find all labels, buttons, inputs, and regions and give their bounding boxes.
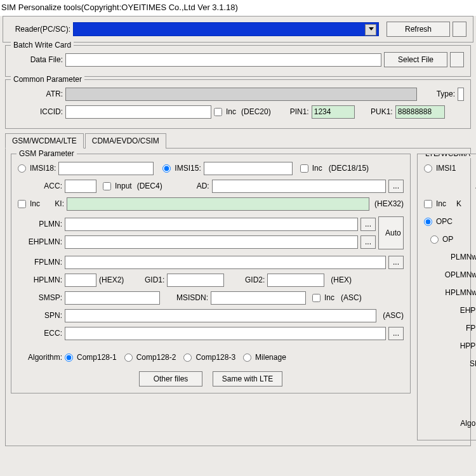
imsi-dec-label: (DEC18/15) (329, 164, 369, 173)
auto-button[interactable]: Auto (378, 216, 404, 249)
plmn-browse-button[interactable]: ... (360, 218, 376, 231)
iccid-label: ICCID: (12, 107, 63, 116)
algo1-radio[interactable] (65, 354, 73, 362)
lte-title: LTE/WCDMA (423, 154, 473, 158)
refresh-button[interactable]: Refresh (387, 22, 450, 37)
lte-ehplm-label: EHPLM (460, 306, 476, 315)
common-title: Common Parameter (11, 75, 84, 84)
algo3-radio[interactable] (183, 354, 192, 362)
algo4-label: Milenage (255, 353, 286, 362)
ki-hex32-label: (HEX32) (374, 199, 404, 208)
ehplmn-label: EHPLMN: (18, 237, 62, 246)
datafile-label: Data File: (12, 55, 63, 64)
msisdn-inc-checkbox[interactable] (312, 294, 321, 302)
reader-extra-button[interactable] (453, 22, 466, 37)
gid-hex-label: (HEX) (331, 275, 352, 284)
gid1-input[interactable] (167, 274, 224, 287)
imsi15-label: IMSI15: (175, 164, 201, 173)
imsi15-radio[interactable] (162, 164, 171, 173)
lte-fplm-label: FPLM (466, 324, 476, 333)
tab-body: GSM Parameter IMSI18: IMSI15: Inc (DEC18… (5, 148, 471, 446)
select-file-button[interactable]: Select File (384, 52, 447, 67)
algo3-label: Comp128-3 (195, 353, 235, 362)
chevron-down-icon (369, 27, 374, 30)
algo2-label: Comp128-2 (136, 353, 176, 362)
iccid-dec20-label: (DEC20) (241, 107, 271, 116)
lte-plmnwa-label: PLMNwAc (451, 253, 476, 261)
fplmn-input[interactable] (65, 256, 386, 269)
fplmn-label: FPLMN: (18, 258, 62, 267)
lte-k-label: K (456, 199, 461, 208)
datafile-input[interactable] (65, 53, 381, 67)
lte-imsi1-label: IMSI1 (436, 164, 456, 173)
gsm-fieldset: GSM Parameter IMSI18: IMSI15: Inc (DEC18… (11, 154, 411, 393)
lte-op-radio[interactable] (430, 235, 439, 244)
ad-browse-button[interactable]: ... (388, 180, 404, 193)
lte-hplmnwa-label: HPLMNwAc (445, 288, 476, 297)
batch-fieldset: Batch Write Card Data File: Select File (5, 45, 471, 77)
msisdn-label: MSISDN: (162, 293, 208, 302)
imsi18-input[interactable] (58, 162, 154, 175)
plmn-input[interactable] (65, 218, 358, 231)
lte-hpplm-label: HPPLM (460, 341, 476, 350)
gsm-title: GSM Parameter (17, 149, 77, 158)
msisdn-input[interactable] (211, 291, 306, 305)
other-files-button[interactable]: Other files (139, 371, 202, 387)
lte-inc-checkbox[interactable] (424, 200, 432, 208)
reader-select[interactable] (73, 22, 379, 36)
ad-input[interactable] (212, 180, 386, 193)
imsi18-radio[interactable] (18, 164, 26, 173)
same-with-lte-button[interactable]: Same with LTE (213, 371, 282, 387)
imsi-inc-checkbox[interactable] (300, 164, 308, 173)
type-field[interactable] (458, 88, 464, 101)
ecc-input[interactable] (65, 327, 386, 340)
imsi18-label: IMSI18: (30, 164, 56, 173)
imsi15-input[interactable] (204, 162, 293, 175)
imsi-inc-label: Inc (312, 164, 322, 173)
ki-inc-checkbox[interactable] (18, 200, 26, 208)
tab-cdma[interactable]: CDMA/EVDO/CSIM (85, 133, 166, 149)
spn-asc-label: (ASC) (383, 311, 404, 320)
batch-extra-button[interactable] (450, 52, 464, 67)
msisdn-inc-label: Inc (324, 293, 334, 302)
acc-input-checkbox[interactable] (103, 182, 111, 190)
algo4-radio[interactable] (243, 354, 251, 362)
fplmn-browse-button[interactable]: ... (388, 256, 404, 269)
lte-inc-label: Inc (436, 199, 446, 208)
acc-input-label: Input (115, 182, 132, 190)
lte-oplmnwa-label: OPLMNwAc (445, 270, 476, 279)
reader-label: Reader(PC/SC): (10, 25, 70, 34)
ecc-label: ECC: (18, 329, 62, 338)
smsp-input[interactable] (65, 291, 160, 305)
hplmn-hex2-label: (HEX2) (99, 275, 124, 284)
ecc-browse-button[interactable]: ... (388, 327, 404, 340)
lte-algorith-label: Algorith (460, 419, 476, 428)
iccid-inc-checkbox[interactable] (214, 108, 222, 116)
lte-opc-radio[interactable] (424, 218, 432, 226)
type-label: Type: (426, 89, 455, 98)
tab-gsm[interactable]: GSM/WCDMA/LTE (5, 133, 84, 149)
pin1-input[interactable] (312, 105, 355, 119)
iccid-inc-label: Inc (226, 107, 236, 116)
spn-input[interactable] (65, 309, 376, 322)
algo2-radio[interactable] (124, 354, 133, 362)
ad-label: AD: (165, 182, 209, 190)
algo-label: Algorithm: (18, 353, 62, 362)
ki-input[interactable] (67, 197, 369, 211)
iccid-input[interactable] (65, 105, 211, 119)
ehplmn-input[interactable] (65, 235, 358, 249)
batch-title: Batch Write Card (11, 41, 74, 50)
acc-label: ACC: (18, 182, 62, 190)
atr-field (65, 88, 417, 101)
plmn-label: PLMN: (18, 220, 62, 228)
common-fieldset: Common Parameter ATR: Type: ICCID: Inc (… (5, 79, 471, 129)
reader-frame: Reader(PC/SC): Refresh (3, 16, 473, 43)
ehplmn-browse-button[interactable]: ... (360, 235, 376, 249)
smsp-label: SMSP: (18, 293, 62, 302)
puk1-input[interactable] (395, 105, 445, 119)
acc-input[interactable] (65, 180, 96, 193)
hplmn-input[interactable] (65, 274, 96, 287)
gid2-input[interactable] (267, 274, 324, 287)
lte-imsi1-radio[interactable] (424, 164, 432, 173)
tab-bar: GSM/WCDMA/LTE CDMA/EVDO/CSIM (5, 133, 471, 148)
